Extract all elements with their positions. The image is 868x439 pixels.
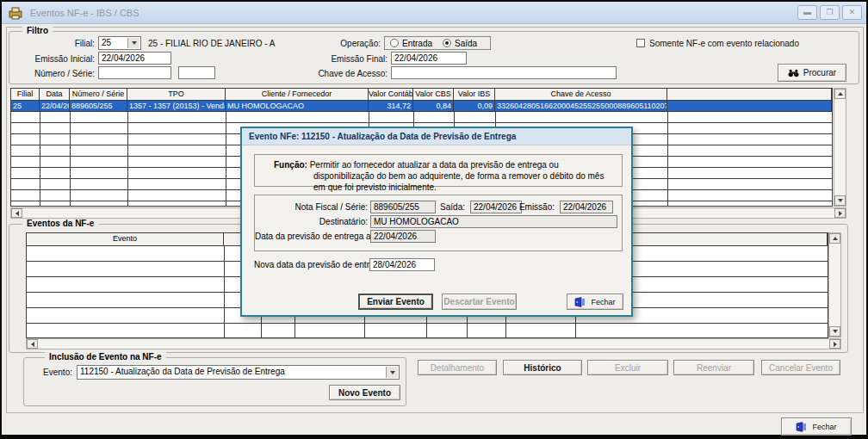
funcao-box: Função: Permitir ao fornecedor atualizar…: [254, 154, 623, 187]
fechar-button-dialog[interactable]: Fechar: [567, 294, 623, 310]
nota-fiscal-label: Nota Fiscal / Série:: [255, 202, 368, 212]
col-empty: [667, 89, 832, 100]
app-window: Eventos NF-e - IBS / CBS ▬ ❐ ✕ Filtro Fi…: [0, 0, 868, 439]
scroll-left-icon[interactable]: [11, 208, 22, 218]
numero-input[interactable]: [98, 66, 171, 79]
filial-description: 25 - FILIAL RIO DE JANEIRO - A: [148, 39, 275, 48]
radio-saida-label: Saída: [455, 39, 477, 48]
col-tpo[interactable]: TPO: [127, 89, 226, 100]
enviar-evento-button[interactable]: Enviar Evento: [358, 294, 433, 310]
emissao-label: Emissão:: [505, 202, 555, 212]
novo-evento-button[interactable]: Novo Evento: [329, 385, 400, 400]
col-valor-cbs[interactable]: Valor CBS: [413, 89, 454, 100]
emissao-final-input[interactable]: 22/04/2026: [391, 52, 467, 65]
radio-entrada[interactable]: [390, 39, 399, 47]
cell-valor-contabil: 314,72: [369, 101, 413, 111]
evento-label: Evento:: [40, 368, 72, 377]
historico-button[interactable]: Histórico: [503, 360, 582, 375]
filter-group-label: Filtro: [22, 26, 53, 35]
radio-entrada-label: Entrada: [402, 39, 432, 48]
reenviar-button[interactable]: Reenviar: [673, 360, 754, 375]
col-valor-contabil[interactable]: Valor Contábil: [369, 89, 413, 100]
cell-valor-cbs: 0,84: [413, 101, 454, 111]
procurar-label: Procurar: [803, 68, 836, 77]
col-chave[interactable]: Chave de Acesso: [495, 89, 667, 100]
cell-valor-ibs: 0,09: [454, 101, 495, 111]
scroll-right-icon[interactable]: [834, 208, 846, 218]
scroll-up-icon[interactable]: [834, 89, 846, 99]
inclusao-group-label: Inclusão de Evento na NF-e: [45, 352, 166, 362]
evento-dialog: Evento NFe: 112150 - Atualização da Data…: [240, 127, 633, 317]
scroll-right-icon[interactable]: [829, 339, 840, 349]
dialog-title[interactable]: Evento NFe: 112150 - Atualização da Data…: [242, 128, 631, 145]
chave-acesso-label: Chave de Acesso:: [284, 69, 388, 78]
fechar-button-footer[interactable]: Fechar: [781, 417, 852, 436]
col-data[interactable]: Data: [40, 89, 70, 100]
eventos-group-label: Eventos da NF-e: [22, 219, 98, 228]
excluir-button[interactable]: Excluir: [587, 360, 668, 375]
emissao-value: 22/04/2026: [560, 201, 613, 213]
chave-acesso-input[interactable]: [391, 66, 617, 79]
col-filial[interactable]: Filial: [11, 89, 40, 100]
evento-combo[interactable]: 112150 - Atualização da Data de Previsão…: [77, 365, 400, 380]
filial-value: 25: [102, 38, 111, 47]
binoculars-icon: [788, 69, 799, 77]
restore-icon[interactable]: ❐: [820, 5, 840, 20]
nfe-table-header: Filial Data Número / Série TPO Cliente /…: [11, 89, 832, 101]
cell-numero-serie: 889605/255: [70, 101, 127, 111]
nova-previsao-input[interactable]: 28/04/2026: [369, 258, 435, 271]
emissao-inicial-label: Emissão Inicial:: [19, 54, 95, 64]
cell-tpo: 1357 - 1357 (20153) - Venda a V: [127, 101, 226, 111]
eventos-table-vscrollbar[interactable]: [828, 232, 841, 337]
minimize-icon[interactable]: ▬: [797, 5, 817, 20]
filial-combo[interactable]: 25: [98, 36, 141, 50]
scroll-up-icon[interactable]: [829, 233, 840, 244]
filial-label: Filial:: [28, 39, 95, 48]
col-valor-ibs[interactable]: Valor IBS: [454, 89, 495, 100]
procurar-button[interactable]: Procurar: [778, 64, 846, 82]
somente-evento-label: Somente NF-e com evento relacionado: [649, 39, 799, 48]
cell-data: 22/04/26: [40, 101, 70, 111]
cell-chave: 3326042805166200045255255000889605110207…: [495, 101, 667, 111]
fechar-footer-label: Fechar: [812, 423, 836, 431]
col-numero-serie[interactable]: Número / Série: [70, 89, 127, 100]
numero-serie-label: Número / Série:: [19, 69, 95, 78]
cell-empty: [667, 101, 832, 111]
exit-door-icon: [574, 297, 586, 307]
funcao-label: Função:: [274, 160, 307, 170]
col-evento[interactable]: Evento: [27, 233, 224, 245]
serie-input[interactable]: [178, 66, 215, 79]
emissao-inicial-input[interactable]: 22/04/2026: [98, 52, 171, 65]
cancelar-evento-button[interactable]: Cancelar Evento: [761, 360, 840, 375]
descartar-evento-button[interactable]: Descartar Evento: [442, 294, 517, 310]
close-icon[interactable]: ✕: [842, 5, 862, 20]
scroll-left-icon[interactable]: [27, 339, 38, 349]
emissao-final-label: Emissão Final:: [305, 54, 388, 64]
window-titlebar[interactable]: Eventos NF-e - IBS / CBS ▬ ❐ ✕: [2, 2, 866, 24]
nova-previsao-label: Nova data da previsão de entrega:: [254, 260, 367, 269]
eventos-table-hscrollbar[interactable]: [26, 338, 841, 349]
radio-saida[interactable]: [443, 39, 451, 47]
previsao-atual-label: Data da previsão de entrega atual:: [255, 232, 368, 241]
fechar-dialog-label: Fechar: [591, 298, 615, 306]
scroll-down-icon[interactable]: [834, 195, 846, 206]
window-title: Eventos NF-e - IBS / CBS: [30, 8, 140, 18]
operacao-label: Operação:: [305, 39, 381, 48]
col-cliente[interactable]: Cliente / Fornecedor: [226, 89, 369, 100]
cell-cliente: MU HOMOLOGACAO: [226, 101, 369, 111]
exit-door-icon: [796, 422, 808, 432]
chevron-down-icon[interactable]: [386, 367, 398, 378]
nfe-table-vscrollbar[interactable]: [834, 88, 846, 207]
somente-evento-checkbox[interactable]: [636, 39, 645, 47]
scroll-down-icon[interactable]: [829, 326, 840, 337]
destinatario-label: Destinatário:: [255, 217, 368, 226]
previsao-atual-value: 22/04/2026: [370, 230, 436, 243]
funcao-text: Permitir ao fornecedor atualizar a data …: [310, 160, 604, 192]
app-icon: [8, 6, 23, 20]
operacao-radio-group: Entrada Saída: [384, 36, 491, 50]
detalhamento-button[interactable]: Detalhamento: [418, 360, 497, 375]
destinatario-value: MU HOMOLOGACAO: [370, 215, 617, 228]
evento-combo-value: 112150 - Atualização da Data de Previsão…: [80, 367, 285, 376]
table-row-selected[interactable]: 25 22/04/26 889605/255 1357 - 1357 (2015…: [11, 101, 832, 112]
chevron-down-icon[interactable]: [127, 38, 140, 48]
